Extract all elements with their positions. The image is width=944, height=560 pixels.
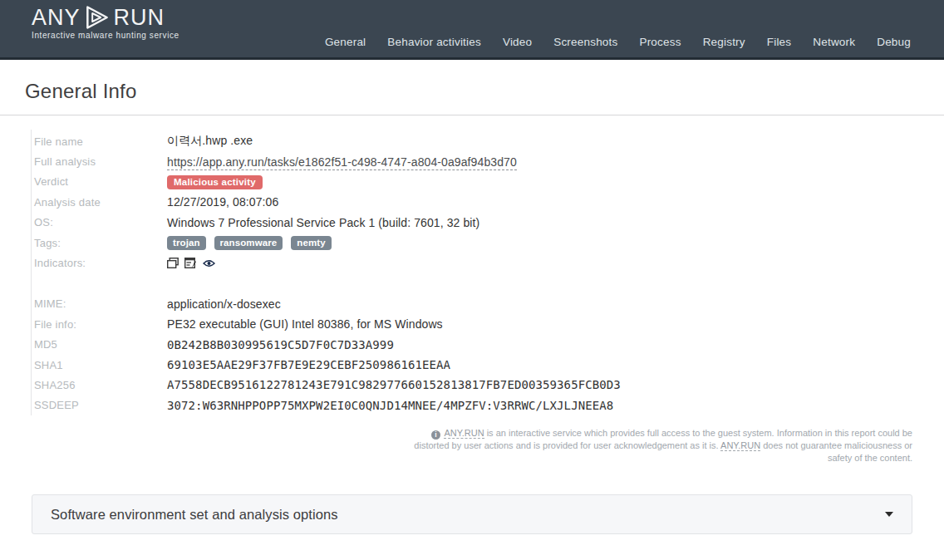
full-analysis-label: Full analysis [32,155,167,168]
sha256-label: SHA256 [32,379,167,391]
nav-item-video[interactable]: Video [503,36,532,48]
mime-label: MIME: [32,297,167,310]
file-info-value: PE32 executable (GUI) Intel 80386, for M… [167,317,443,331]
verdict-label: Verdict [32,175,167,188]
logo-text-any: ANY [32,5,81,30]
file-name-value: 이력서.hwp .exe [167,134,253,149]
os-row: OS: Windows 7 Professional Service Pack … [32,213,944,233]
nav-item-registry[interactable]: Registry [703,36,745,48]
file-name-label: File name [32,135,167,148]
indicators-row: Indicators: [32,253,944,273]
cascade-windows-icon [167,258,179,268]
sha256-row: SHA256 A7558DECB9516122781243E791C982977… [32,375,944,395]
full-analysis-row: Full analysis https://app.any.run/tasks/… [32,151,944,171]
full-analysis-link[interactable]: https://app.any.run/tasks/e1862f51-c498-… [167,155,517,170]
file-name-row: File name 이력서.hwp .exe [32,131,944,151]
eye-icon [203,259,215,268]
verdict-row: Verdict Malicious activity [32,172,944,192]
top-header: ANY RUN Interactive malware hunting serv… [0,0,944,60]
mime-value: application/x-dosexec [167,297,281,311]
tag-nemty[interactable]: nemty [291,236,331,250]
verdict-badge: Malicious activity [167,175,263,189]
sha1-label: SHA1 [32,359,167,371]
analysis-date-label: Analysis date [32,196,167,209]
anyrun-report-page: ANY RUN Interactive malware hunting serv… [0,0,944,560]
general-info-table: File name 이력서.hwp .exe Full analysis htt… [31,130,944,415]
logo-text-run: RUN [114,5,165,30]
accordion-title: Software environment set and analysis op… [51,507,338,523]
tags-row: Tags: trojan ransomware nemty [32,233,944,253]
chevron-down-icon[interactable] [885,512,893,517]
report-nav: General Behavior activities Video Screen… [325,36,911,48]
window-edit-icon [184,258,197,268]
mime-row: MIME: application/x-dosexec [32,294,944,314]
ssdeep-row: SSDEEP 3072:W63RNHPPOPP75MXPW2EI0C0QNJD1… [32,395,944,415]
anyrun-logo[interactable]: ANY RUN Interactive malware hunting serv… [32,5,198,40]
nav-item-behavior-activities[interactable]: Behavior activities [387,36,481,48]
os-value: Windows 7 Professional Service Pack 1 (b… [167,216,479,229]
analysis-date-row: Analysis date 12/27/2019, 08:07:06 [32,192,944,212]
info-icon [431,430,440,440]
nav-item-general[interactable]: General [325,36,366,48]
play-icon [83,5,111,30]
analysis-date-value: 12/27/2019, 08:07:06 [167,195,278,209]
page-title-section: General Info [0,60,944,115]
anyrun-link-1[interactable]: ANY.RUN [444,428,484,439]
tag-trojan[interactable]: trojan [167,236,206,250]
file-info-row: File info: PE32 executable (GUI) Intel 8… [32,314,944,334]
indicators-label: Indicators: [32,257,167,269]
logo-tagline: Interactive malware hunting service [32,31,198,40]
nav-item-files[interactable]: Files [767,36,792,48]
nav-item-network[interactable]: Network [813,36,855,48]
nav-item-screenshots[interactable]: Screenshots [553,36,617,48]
nav-item-process[interactable]: Process [639,36,681,48]
sha1-row: SHA1 69103E5AAE29F37FB7E9E29CEBF25098616… [32,355,944,375]
tag-ransomware[interactable]: ransomware [214,236,283,250]
sha256-value: A7558DECB9516122781243E791C9829776601528… [167,378,621,391]
ssdeep-label: SSDEEP [32,399,167,411]
page-title: General Info [25,80,944,103]
nav-item-debug[interactable]: Debug [877,36,911,48]
md5-value: 0B242B8B030995619C5D7F0C7D33A999 [167,338,394,351]
ssdeep-value: 3072:W63RNHPPOPP75MXPW2EI0C0QNJD14MNEE/4… [167,399,613,412]
service-disclaimer: ANY.RUN is an interactive service which … [402,427,912,464]
tags-label: Tags: [32,237,167,249]
os-label: OS: [32,216,167,228]
software-environment-accordion[interactable]: Software environment set and analysis op… [32,494,912,534]
md5-row: MD5 0B242B8B030995619C5D7F0C7D33A999 [32,335,944,355]
sha1-value: 69103E5AAE29F37FB7E9E29CEBF250986161EEAA [167,358,450,371]
file-info-label: File info: [32,318,167,331]
anyrun-link-2[interactable]: ANY.RUN [720,440,760,451]
disclaimer-text-2: does not guarantee maliciousness or safe… [763,440,912,463]
md5-label: MD5 [32,338,167,351]
